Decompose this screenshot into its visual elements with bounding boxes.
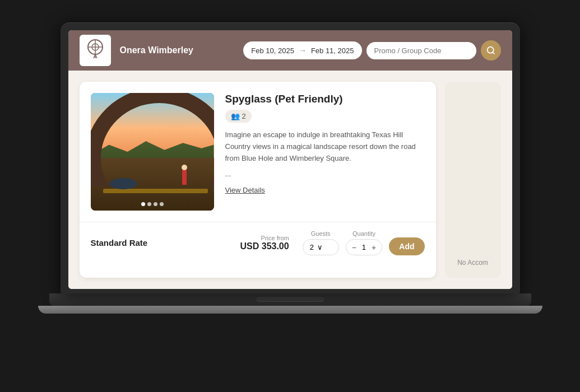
quantity-control-group: Quantity − 1 + xyxy=(346,230,383,255)
date-range-pill[interactable]: Feb 10, 2025 → Feb 11, 2025 xyxy=(243,41,361,59)
booking-controls: Guests 2 ∨ Quantity − xyxy=(303,230,425,255)
room-title: Spyglass (Pet Friendly) xyxy=(225,93,425,105)
search-button[interactable] xyxy=(481,40,501,60)
chevron-down-icon: ∨ xyxy=(317,243,323,251)
price-amount: USD 353.00 xyxy=(240,241,289,251)
quantity-control: − 1 + xyxy=(346,239,383,255)
no-accommodation-label: No Accom xyxy=(457,259,488,267)
date-from: Feb 10, 2025 xyxy=(251,46,294,55)
scene-deck xyxy=(103,189,208,193)
promo-input[interactable] xyxy=(374,46,468,55)
guests-select[interactable]: 2 ∨ xyxy=(303,239,339,255)
room-image-scene xyxy=(91,93,214,211)
dot-3[interactable] xyxy=(154,202,157,206)
image-dots xyxy=(141,202,164,206)
main-content: Spyglass (Pet Friendly) 👥 2 Imagine an e… xyxy=(68,71,512,289)
laptop-base xyxy=(49,293,531,306)
right-panel: No Accom xyxy=(445,82,501,278)
brand-logo-icon xyxy=(85,38,105,63)
rate-name: Standard Rate xyxy=(91,238,148,248)
guests-label: Guests xyxy=(311,230,331,237)
quantity-decrease-button[interactable]: − xyxy=(352,244,356,251)
header-controls: Feb 10, 2025 → Feb 11, 2025 xyxy=(243,40,500,60)
dot-1[interactable] xyxy=(141,202,145,206)
guests-select-value: 2 xyxy=(310,243,314,251)
quantity-increase-button[interactable]: + xyxy=(372,244,376,251)
rate-right: Price from USD 353.00 Guests 2 ∨ xyxy=(240,230,425,255)
scene-figure xyxy=(182,169,187,185)
laptop-screen-inner: Onera Wimberley Feb 10, 2025 → Feb 11, 2… xyxy=(68,30,512,289)
trackpad-notch xyxy=(257,297,324,302)
room-image-container xyxy=(91,93,214,211)
dot-2[interactable] xyxy=(147,202,151,206)
hotel-name: Onera Wimberley xyxy=(120,45,193,55)
arrow-icon: → xyxy=(299,46,307,55)
room-card-top: Spyglass (Pet Friendly) 👥 2 Imagine an e… xyxy=(80,82,436,222)
price-from-label: Price from xyxy=(240,235,289,241)
quantity-value: 1 xyxy=(362,243,366,251)
laptop-wrapper: Onera Wimberley Feb 10, 2025 → Feb 11, 2… xyxy=(49,22,531,370)
logo-box xyxy=(80,35,111,66)
room-card: Spyglass (Pet Friendly) 👥 2 Imagine an e… xyxy=(80,82,436,278)
guests-control-group: Guests 2 ∨ xyxy=(303,230,339,255)
dot-4[interactable] xyxy=(160,202,164,206)
rate-section: Standard Rate Price from USD 353.00 Gues… xyxy=(80,222,436,263)
view-details-link[interactable]: View Details xyxy=(225,186,265,194)
guests-badge: 👥 2 xyxy=(225,110,252,123)
room-info: Spyglass (Pet Friendly) 👥 2 Imagine an e… xyxy=(225,93,425,211)
room-description-ellipsis: ... xyxy=(225,169,425,180)
add-to-cart-button[interactable]: Add xyxy=(389,237,424,255)
laptop-screen-outer: Onera Wimberley Feb 10, 2025 → Feb 11, 2… xyxy=(61,22,520,293)
date-to: Feb 11, 2025 xyxy=(311,46,354,55)
price-block: Price from USD 353.00 xyxy=(240,235,289,251)
search-icon xyxy=(486,46,495,55)
room-description: Imagine an escape to indulge in breathta… xyxy=(225,129,425,164)
app-header: Onera Wimberley Feb 10, 2025 → Feb 11, 2… xyxy=(68,30,512,71)
quantity-label: Quantity xyxy=(352,230,375,237)
scene-tub xyxy=(109,178,137,189)
promo-input-wrapper xyxy=(366,42,476,59)
guests-icon: 👥 xyxy=(231,112,240,120)
laptop-foot xyxy=(38,306,542,314)
guests-count: 2 xyxy=(242,112,246,120)
